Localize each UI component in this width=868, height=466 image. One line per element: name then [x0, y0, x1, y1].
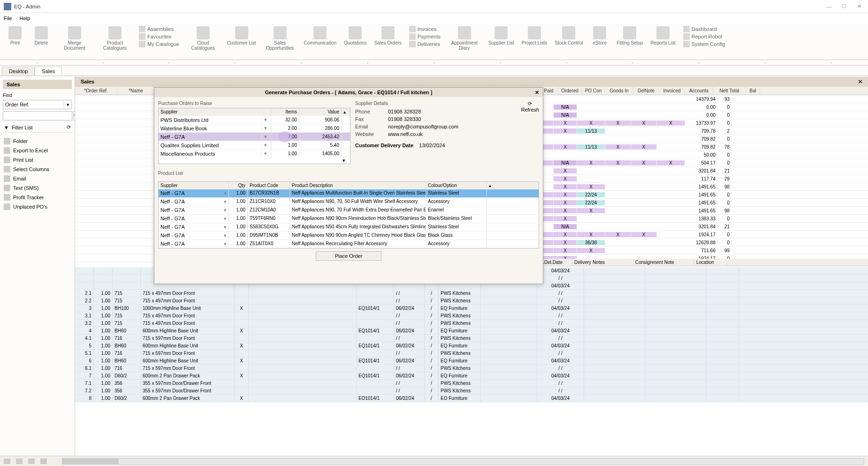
close-view-button[interactable]: ✕ — [858, 79, 862, 85]
chevron-down-icon[interactable]: ⌄ — [268, 60, 335, 65]
product-row[interactable]: Neff - G7A▾1.00Z12CM10A0Neff Appliances … — [159, 206, 539, 214]
nav-item[interactable]: Export to Excel — [3, 146, 72, 155]
place-order-button[interactable]: Place Order — [316, 251, 382, 261]
ribbon-supplier-list[interactable]: Supplier List — [487, 25, 516, 46]
po-row[interactable]: Neff - G7A▾7.002453.42 — [159, 132, 350, 141]
detail-row[interactable]: 81.00D60/2600mm 2 Pan Drawer PackXEO1014… — [75, 395, 868, 402]
po-row[interactable]: PWS Distributors Ltd▾32.00908.06 — [159, 115, 350, 124]
scrollbar-thumb[interactable] — [62, 458, 119, 464]
product-row[interactable]: Neff - G7A▾1.00Z51AIT0X0Neff Appliances … — [159, 240, 539, 248]
col-consignment-note[interactable]: Consignment Note — [633, 259, 694, 266]
detail-row[interactable]: 2.21.00715715 x 497mm Door Front/ //PWS … — [75, 297, 868, 305]
detail-row[interactable]: 41.00BH60600mm Highline Base UnitXEQ1014… — [75, 327, 868, 335]
maximize-button[interactable]: ☐ — [841, 3, 847, 10]
pl-header-colour[interactable]: Colour/Option — [426, 182, 487, 189]
chevron-down-icon[interactable]: ▾ — [224, 216, 227, 222]
chevron-down-icon[interactable]: ▾ — [261, 150, 269, 157]
col-location[interactable]: Location — [694, 259, 727, 266]
ribbon-product-catalogues[interactable]: Product Catalogues — [97, 25, 133, 52]
ribbon-favourites[interactable]: Favourites — [139, 33, 179, 40]
chevron-down-icon[interactable]: ▾ — [261, 117, 269, 123]
scroll-up-icon[interactable]: ▴ — [487, 182, 495, 189]
product-row[interactable]: Neff - G7A▾1.00T59TF6RN0Neff Appliances … — [159, 214, 539, 223]
po-row[interactable]: Qualitex Supplies Limited▾1.005.40 — [159, 141, 350, 149]
statusbar-icon[interactable] — [40, 458, 47, 464]
detail-row[interactable]: 61.00BH60600mm Highline Base UnitXEQ1014… — [75, 357, 868, 365]
chevron-down-icon[interactable]: ⌄ — [401, 60, 467, 65]
minimize-button[interactable]: — — [826, 3, 832, 10]
ribbon-my-catalogue[interactable]: My Catalogue — [139, 40, 179, 48]
grid-column-header[interactable]: PO Con — [582, 87, 605, 95]
filter-list-label[interactable]: Filter List — [12, 125, 33, 130]
detail-row[interactable]: 7.21.00356355 x 597mm Door/Drawer Front/… — [75, 387, 868, 395]
detail-row[interactable]: 51.00BH60600mm Highline Base UnitXEQ1014… — [75, 342, 868, 350]
product-row[interactable]: Neff - G7A▾1.00S583C50X0GNeff Appliances… — [159, 223, 539, 231]
chevron-down-icon[interactable]: ⌄ — [798, 60, 864, 65]
scroll-up-icon[interactable]: ▴ — [342, 108, 349, 115]
chevron-down-icon[interactable]: ▾ — [261, 142, 269, 148]
ribbon-customer-list[interactable]: Customer List — [225, 25, 258, 46]
ribbon-report-robot[interactable]: Report Robot — [683, 33, 725, 40]
statusbar-icon[interactable] — [16, 458, 23, 464]
tab-sales[interactable]: Sales — [35, 67, 62, 75]
po-header-value[interactable]: Value — [299, 108, 342, 115]
grid-column-header[interactable]: Nett Total — [713, 87, 746, 95]
chevron-down-icon[interactable]: ▾ — [224, 199, 227, 205]
chevron-down-icon[interactable]: ▾ — [64, 102, 71, 108]
ribbon-sales-orders[interactable]: Sales Orders — [372, 25, 403, 46]
pl-header-qty[interactable]: Qty — [229, 182, 248, 189]
nav-item[interactable]: Profit Tracker — [3, 193, 72, 202]
po-header-items[interactable]: Items — [271, 108, 299, 115]
chevron-down-icon[interactable]: ▾ — [224, 233, 227, 239]
refresh-icon[interactable]: ⟳ — [67, 124, 71, 130]
grid-column-header[interactable]: *Name — [117, 87, 155, 95]
nav-item[interactable]: Email — [3, 174, 72, 183]
chevron-down-icon[interactable]: ▾ — [224, 241, 227, 247]
ribbon-invoices[interactable]: Invoices — [409, 25, 441, 33]
po-header-supplier[interactable]: Supplier — [159, 108, 271, 115]
chevron-down-icon[interactable]: ⌄ — [136, 60, 202, 65]
ribbon-quotations[interactable]: Quotations — [342, 25, 368, 46]
ribbon-dashboard[interactable]: Dashboard — [683, 25, 725, 33]
chevron-down-icon[interactable]: ⌄ — [732, 60, 798, 65]
grid-column-header[interactable]: Ordered — [558, 87, 582, 95]
chevron-down-icon[interactable]: ⌄ — [600, 60, 666, 65]
scroll-down-icon[interactable]: ▾ — [343, 158, 350, 164]
ribbon-delete[interactable]: Delete — [30, 25, 53, 46]
ribbon-cloud-catalogues[interactable]: Cloud Catalogues — [185, 25, 221, 52]
tab-desktop[interactable]: Desktop — [2, 67, 35, 75]
po-row[interactable]: Miscellaneous Products▾1.001405.00 — [159, 149, 350, 158]
statusbar-icon[interactable] — [4, 458, 10, 464]
product-row[interactable]: Neff - G7A▾1.00Z11CR10X0Neff Appliances … — [159, 197, 539, 206]
menu-file[interactable]: File — [4, 15, 12, 21]
menu-help[interactable]: Help — [20, 15, 30, 21]
chevron-down-icon[interactable]: ⌄ — [202, 60, 268, 65]
grid-column-header[interactable]: DelNote — [633, 87, 659, 95]
nav-item[interactable]: Folder — [3, 136, 72, 146]
search-by-select[interactable]: Order Ref.▾ — [3, 100, 72, 109]
nav-item[interactable]: Text (SMS) — [3, 183, 72, 193]
grid-column-header[interactable]: *Order Ref. — [75, 87, 117, 95]
detail-row[interactable]: 71.00D60/2600mm 2 Pan Drawer PackXEQ1014… — [75, 372, 868, 380]
chevron-down-icon[interactable]: ▾ — [261, 134, 269, 140]
ribbon-print[interactable]: Print — [4, 25, 26, 46]
search-input[interactable] — [3, 111, 72, 120]
ribbon-estore[interactable]: eStore — [588, 25, 611, 46]
detail-row[interactable]: 3.11.00715715 x 497mm Door Front/ //PWS … — [75, 312, 868, 320]
chevron-down-icon[interactable]: ▾ — [224, 207, 227, 213]
ribbon-stock-control[interactable]: Stock Control — [553, 25, 585, 46]
product-row[interactable]: Neff - G7A▾1.00D95IMT1N0BNeff Appliances… — [159, 231, 539, 240]
detail-row[interactable]: 31.00BH1001000mm Highline Base UnitXEQ10… — [75, 305, 868, 312]
close-button[interactable]: ✕ — [856, 3, 862, 10]
detail-grid-body[interactable]: 04/03/24/ /04/03/242.11.00715715 x 497mm… — [75, 267, 868, 456]
pl-header-supplier[interactable]: Supplier — [159, 182, 229, 189]
statusbar-icon[interactable] — [28, 458, 35, 464]
ribbon-fitting-setup[interactable]: Fitting Setup — [615, 25, 645, 46]
horizontal-scrollbar[interactable] — [62, 458, 864, 465]
po-row[interactable]: Waterline Blue Book▾2.00286.00 — [159, 124, 350, 132]
grid-column-header[interactable]: Goods In — [605, 87, 633, 95]
detail-row[interactable]: 6.11.00716715 x 597mm Door Front/ //PWS … — [75, 365, 868, 372]
ribbon-assemblies[interactable]: Assemblies — [139, 25, 179, 33]
detail-row[interactable]: 3.21.00715715 x 497mm Door Front/ //PWS … — [75, 320, 868, 327]
nav-item[interactable]: Select Columns — [3, 165, 72, 174]
